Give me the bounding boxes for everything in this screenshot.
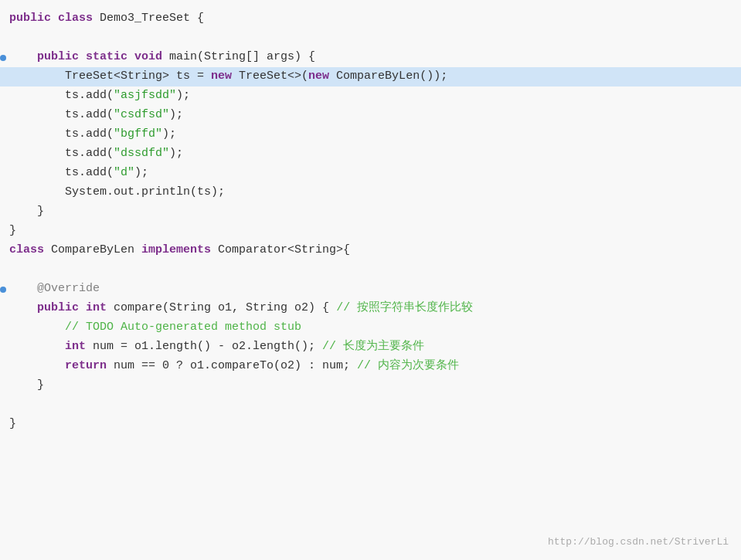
code-token: CompareByLen [44,243,141,256]
code-token [127,50,134,63]
code-line: int num = o1.length() - o2.length(); // … [0,338,741,357]
code-token [9,359,65,372]
code-token: public [37,301,79,314]
code-token: 0 [162,359,169,372]
code-token: new [308,70,329,83]
line-content: public static void main(String[] args) { [6,48,315,66]
code-token [9,50,37,63]
line-content: ts.add("csdfsd"); [6,106,183,124]
code-line [0,29,741,48]
code-token: main(String[] args) { [162,50,315,63]
code-token: "bgffd" [114,127,162,141]
line-content: System.out.println(ts); [6,183,225,202]
line-content: // TODO Auto-generated method stub [6,318,301,337]
line-content: ts.add("asjfsdd"); [6,87,190,105]
code-line [0,260,741,280]
line-content: } [6,202,44,221]
line-content: @Override [6,280,100,298]
code-token: ? o1.compareTo(o2) : num; [169,359,357,372]
code-line: class CompareByLen implements Comparator… [0,241,741,260]
code-token: "asjfsdd" [114,89,176,102]
code-token: } [9,224,16,237]
code-token: // 长度为主要条件 [322,340,424,353]
code-token: int [65,340,86,353]
code-line: } [0,202,741,222]
code-line: } [0,415,741,434]
code-token: .println(ts); [134,185,225,199]
line-content: ts.add("bgffd"); [6,125,176,144]
code-line: public class Demo3_TreeSet { [0,9,741,29]
code-token: class [9,243,44,256]
code-content: public class Demo3_TreeSet { public stat… [0,9,741,434]
line-content: } [6,415,16,433]
code-token: int [86,301,107,314]
code-token: ts.add( [9,147,114,160]
line-content: public int compare(String o1, String o2)… [6,299,473,317]
code-line: ts.add("asjfsdd"); [0,87,741,106]
code-token: ts.add( [9,166,114,179]
code-token: TreeSet<String> ts = [9,70,211,83]
code-token: ); [162,127,176,141]
code-token: num == [107,359,162,372]
code-token: TreeSet<>( [232,70,308,83]
code-token: ); [176,89,190,102]
watermark: http://blog.csdn.net/StriverLi [548,535,729,551]
code-token: return [65,359,107,372]
code-token [79,50,86,63]
code-token: Comparator<String>{ [211,243,350,256]
code-token: ); [134,166,148,179]
code-token [9,301,37,314]
code-line: public int compare(String o1, String o2)… [0,299,741,318]
code-token: ); [169,108,183,121]
code-token: out [114,185,134,199]
code-token: void [134,50,162,63]
code-token: // TODO Auto-generated method stub [65,321,301,334]
code-token: // 内容为次要条件 [357,359,459,372]
line-content: } [6,222,16,240]
code-token: // 按照字符串长度作比较 [336,301,473,314]
code-token: Demo3_TreeSet { [93,12,204,25]
code-token [9,340,65,353]
code-token: @Override [37,282,100,295]
code-token: num = o1.length() - o2.length(); [86,340,322,353]
code-line: ts.add("csdfsd"); [0,106,741,125]
code-line: public static void main(String[] args) { [0,48,741,67]
code-token: System. [9,185,114,199]
code-token: ); [169,147,183,160]
code-line: } [0,376,741,395]
code-line: ts.add("bgffd"); [0,125,741,144]
code-token: ts.add( [9,108,114,121]
code-line: ts.add("d"); [0,164,741,183]
code-token: class [58,12,93,25]
code-token: CompareByLen()); [329,70,447,83]
code-token [51,12,58,25]
code-line: TreeSet<String> ts = new TreeSet<>(new C… [0,67,741,87]
line-content: return num == 0 ? o1.compareTo(o2) : num… [6,357,459,375]
code-token: } [9,417,16,430]
code-token: compare(String o1, String o2) { [107,301,336,314]
code-line: @Override [0,280,741,299]
code-token: static [86,50,127,63]
code-token: public [9,12,51,25]
line-content: int num = o1.length() - o2.length(); // … [6,338,424,356]
code-line: ts.add("dssdfd"); [0,144,741,164]
code-line: } [0,222,741,241]
code-token: } [9,378,44,392]
code-token: ts.add( [9,127,114,141]
breakpoint-marker [0,55,6,61]
code-token: ts.add( [9,89,114,102]
code-token: "dssdfd" [114,147,169,160]
code-line: return num == 0 ? o1.compareTo(o2) : num… [0,357,741,376]
line-content: TreeSet<String> ts = new TreeSet<>(new C… [6,67,447,86]
code-token [9,282,37,295]
line-content: } [6,376,44,395]
line-content: ts.add("d"); [6,164,148,182]
line-content: ts.add("dssdfd"); [6,144,183,163]
code-token: "csdfsd" [114,108,169,121]
code-token: implements [141,243,211,256]
code-line: System.out.println(ts); [0,183,741,202]
code-token: new [211,70,232,83]
line-content: class CompareByLen implements Comparator… [6,241,350,260]
code-token [79,301,86,314]
code-editor: public class Demo3_TreeSet { public stat… [0,0,741,560]
